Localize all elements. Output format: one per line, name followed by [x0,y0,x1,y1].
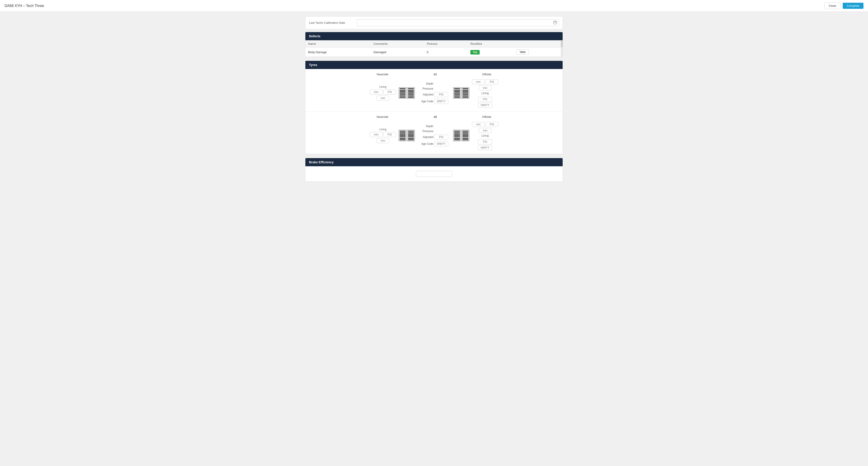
offside-lining-label: Lining [482,92,489,95]
nearside-bottom-inputs [377,138,389,143]
tyres-header: Tyres [305,61,563,69]
tread-line [463,97,468,98]
depth-label: Depth [420,82,433,85]
adjusted-row: Adjusted [420,92,448,97]
tread-line [408,95,414,96]
tyre-input[interactable] [434,141,448,146]
tread-line [454,134,460,135]
pressure-label: Pressure [420,129,433,133]
nearside-lining-inputs: Lining [370,85,396,101]
tread-line [463,95,468,96]
pressure-row: Pressure [420,87,433,90]
tyre-number-label: #2 [434,115,437,119]
tyre-input[interactable] [383,90,396,94]
tyre-image [399,130,406,141]
tread-line [463,137,468,137]
tread-line [463,92,468,93]
tread-line [454,95,460,96]
col-pictures: Pictures [424,40,468,48]
top-bar: DA68 XYH – Tech Three Close Complete [0,0,868,12]
brake-efficiency-input[interactable] [416,171,452,177]
tyre-input[interactable] [472,122,485,127]
tyre-input[interactable] [472,79,485,84]
tyre-input[interactable] [478,145,492,150]
complete-button[interactable]: Complete [843,3,864,9]
defects-scrollbar [561,40,563,57]
tread-line [400,90,405,91]
tread-line [454,135,460,136]
tyre-content-row: Lining Depth [310,121,558,150]
depth-label: Depth [420,125,433,128]
top-bar-actions: Close Complete [825,2,864,9]
pressure-row: Pressure [420,129,433,133]
tyre-input[interactable] [479,86,491,90]
tyre-header: Nearside #2 Offside [310,115,558,119]
close-button[interactable]: Close [825,2,840,9]
defect-rectified: Yes [468,48,514,57]
offside-extra-inputs [478,139,492,150]
offside-extra-inputs [478,97,492,108]
tread-line [463,88,468,89]
nearside-age [434,141,448,146]
tyre-input[interactable] [383,132,396,137]
tyre-input[interactable] [478,97,492,102]
tyre-input[interactable] [370,90,382,94]
age-code-label: Age Code [420,100,433,103]
age-code-row: Age Code [420,141,448,146]
view-button[interactable]: View [516,49,529,55]
nearside-top-inputs [370,90,396,94]
calibration-label: Last Tacho Calibration Date [309,21,354,24]
tyre-image [462,87,469,99]
tyre-input[interactable] [370,132,382,137]
col-comments: Comments [371,40,424,48]
calendar-icon [553,21,557,24]
tyre-input[interactable] [479,128,491,133]
offside-bottom-inputs [479,128,491,133]
tread-line [408,135,414,136]
depth-row: Depth [420,125,433,128]
tyre-input[interactable] [486,122,498,127]
tread-line [408,139,414,140]
defects-table: Name Comments Pictures Rectified Body Da… [305,40,563,57]
svg-rect-0 [554,21,557,24]
tyre-images [399,87,415,99]
tyre-input[interactable] [377,96,389,101]
tyre-input[interactable] [434,99,448,104]
tyre-image [453,87,461,99]
tread-line [454,90,460,91]
tread-line [463,94,468,95]
scroll-thumb [561,40,563,47]
col-actions [514,40,563,48]
tread-line [463,135,468,136]
calendar-icon-button[interactable] [552,20,559,26]
nearside-extra [434,135,448,140]
tyre-input[interactable] [434,135,448,140]
tyres-container: Nearside #1 Offside Lining [305,69,563,154]
tread-line [408,92,414,93]
tyre-input[interactable] [434,92,448,97]
tyre-row: Nearside #1 Offside Lining [305,69,563,112]
tyre-input[interactable] [478,139,492,144]
tread-line [400,91,405,92]
adjusted-label: Adjusted [420,93,433,96]
tread-line [454,92,460,93]
tread-line [408,132,414,133]
tread-line [454,88,460,89]
offside-lining-inputs: Lining [472,78,498,108]
tread-line [400,95,405,96]
tread-line [400,88,405,89]
tyre-input[interactable] [478,103,492,108]
tread-line [400,97,405,98]
tyre-input[interactable] [377,138,389,143]
tread-line [454,131,460,132]
adjusted-label: Adjusted [420,136,433,139]
tyre-image [462,130,469,141]
tread-line [408,94,414,95]
tread-line [463,90,468,91]
offside-bottom-inputs [479,86,491,90]
tyre-images [453,130,469,141]
calibration-date-input[interactable] [357,20,552,26]
tyre-input[interactable] [486,79,498,84]
tread-line [454,138,460,139]
tread-line [408,90,414,91]
